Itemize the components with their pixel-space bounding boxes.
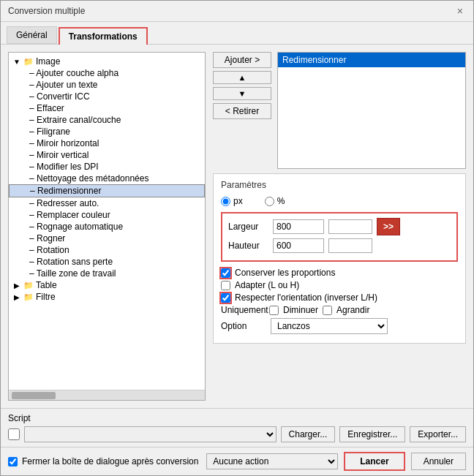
bottom-bar: Fermer la boîte de dialogue après conver… <box>1 447 473 475</box>
tree-item-filtre[interactable]: ▶ 📁 Filtre <box>9 291 205 303</box>
option-select[interactable]: Lanczos Bicubique Bilinéaire Linéaire <box>271 318 388 334</box>
tab-general[interactable]: Général <box>7 26 57 44</box>
down-button[interactable]: ▼ <box>213 87 271 100</box>
folder-icon-filtre: 📁 <box>23 292 34 302</box>
largeur-label: Largeur <box>228 222 268 232</box>
option-row: Option Lanczos Bicubique Bilinéaire Liné… <box>221 318 458 334</box>
diminuer-checkbox[interactable] <box>269 306 279 315</box>
item-label: – Filigrane <box>29 126 70 137</box>
item-label: – Miroir vertical <box>29 150 89 160</box>
item-label: – Rogner <box>29 233 65 243</box>
exporter-button[interactable]: Exporter... <box>410 426 466 442</box>
hauteur-row: Hauteur <box>228 238 451 253</box>
lancer-button[interactable]: Lancer <box>344 452 405 471</box>
dimension-section: Largeur >> Hauteur <box>221 212 458 262</box>
expand-icon: ▼ <box>12 56 22 67</box>
item-label: – Modifier les DPI <box>29 162 99 172</box>
largeur-pct-input[interactable] <box>328 219 372 234</box>
content-area: ▼ 📁 Image – Ajouter couche alpha – Ajout… <box>1 45 473 408</box>
adapter-checkbox[interactable] <box>221 281 230 290</box>
item-label: – Convertir ICC <box>29 91 90 102</box>
uniquement-row: Uniquement Diminuer Agrandir <box>221 305 458 315</box>
script-checkbox[interactable] <box>8 428 20 440</box>
script-section: Script Charger... Enregistrer... Exporte… <box>1 408 473 447</box>
agrandir-checkbox[interactable] <box>323 306 332 315</box>
retirer-button[interactable]: < Retirer <box>213 103 271 119</box>
largeur-input[interactable] <box>273 219 324 234</box>
tree-item-ajouter-texte[interactable]: – Ajouter un texte <box>9 79 205 91</box>
tree-item-rogner[interactable]: – Rogner <box>9 233 205 244</box>
respecter-checkbox[interactable] <box>221 293 230 303</box>
tree-item-image[interactable]: ▼ 📁 Image <box>9 56 205 67</box>
window-title: Conversion multiple <box>8 6 85 16</box>
script-label: Script <box>8 413 466 423</box>
respecter-row: Respecter l'orientation (inverser L/H) <box>221 292 458 303</box>
uniquement-label: Uniquement <box>221 305 265 315</box>
tree-item-nettoyage[interactable]: – Nettoyage des métadonnées <box>9 173 205 184</box>
tree-item-effacer[interactable]: – Effacer <box>9 102 205 114</box>
tree-item-rotation-sp[interactable]: – Rotation sans perte <box>9 256 205 268</box>
radio-pct-group: % <box>265 196 285 206</box>
arrow-button[interactable]: >> <box>377 218 400 235</box>
tree-list: ▼ 📁 Image – Ajouter couche alpha – Ajout… <box>9 53 205 390</box>
annuler-button[interactable]: Annuler <box>411 453 466 470</box>
tree-item-miroir-h[interactable]: – Miroir horizontal <box>9 137 205 149</box>
tree-image-label: Image <box>36 56 60 67</box>
tree-item-table[interactable]: ▶ 📁 Table <box>9 279 205 291</box>
params-section: Paramètres px % Largeur <box>213 173 466 344</box>
enregistrer-button[interactable]: Enregistrer... <box>339 426 405 442</box>
left-panel: ▼ 📁 Image – Ajouter couche alpha – Ajout… <box>8 52 206 401</box>
close-check-row: Fermer la boîte de dialogue après conver… <box>8 456 200 466</box>
script-select[interactable] <box>24 426 276 442</box>
selected-list: Redimensionner <box>277 52 466 169</box>
up-button[interactable]: ▲ <box>213 71 271 84</box>
fermer-label: Fermer la boîte de dialogue après conver… <box>22 456 198 466</box>
conserver-checkbox[interactable] <box>221 268 230 278</box>
item-label: – Rotation <box>29 245 69 255</box>
expand-icon-filtre: ▶ <box>12 292 22 302</box>
hauteur-pct-input[interactable] <box>328 238 372 253</box>
radio-px[interactable] <box>221 197 230 206</box>
item-label: – Rognage automatique <box>29 222 123 232</box>
params-title: Paramètres <box>221 180 458 190</box>
tree-item-rotation[interactable]: – Rotation <box>9 244 205 256</box>
tab-transformations[interactable]: Transformations <box>59 27 148 45</box>
item-label: – Ajouter couche alpha <box>29 68 118 78</box>
tree-item-remplacer[interactable]: – Remplacer couleur <box>9 209 205 221</box>
tree-item-convertir-icc[interactable]: – Convertir ICC <box>9 91 205 102</box>
ajouter-button[interactable]: Ajouter > <box>213 52 271 68</box>
radio-px-group: px <box>221 196 243 206</box>
item-label: – Miroir horizontal <box>29 138 99 148</box>
radio-row: px % <box>221 196 458 206</box>
tree-item-filigrane[interactable]: – Filigrane <box>9 126 205 137</box>
item-label: – Extraire canal/couche <box>29 115 121 125</box>
tree-item-modifier-dpi[interactable]: – Modifier les DPI <box>9 161 205 173</box>
item-label: – Redimensionner <box>30 186 101 196</box>
fermer-checkbox[interactable] <box>8 457 18 466</box>
script-row: Charger... Enregistrer... Exporter... <box>8 426 466 442</box>
agrandir-label: Agrandir <box>336 305 369 315</box>
item-label: – Taille zone de travail <box>29 268 116 279</box>
largeur-row: Largeur >> <box>228 218 451 235</box>
tree-item-redimensionner[interactable]: – Redimensionner <box>9 184 205 197</box>
item-label: – Rotation sans perte <box>29 257 113 267</box>
tree-item-rognage[interactable]: – Rognage automatique <box>9 221 205 233</box>
tree-item-redresser[interactable]: – Redresser auto. <box>9 197 205 209</box>
horizontal-scrollbar[interactable] <box>9 390 205 400</box>
tree-item-taille[interactable]: – Taille zone de travail <box>9 268 205 279</box>
tree-item-ajouter-couche[interactable]: – Ajouter couche alpha <box>9 67 205 79</box>
conserver-label: Conserver les proportions <box>235 268 335 278</box>
action-select[interactable]: Aucune action <box>206 453 338 469</box>
charger-button[interactable]: Charger... <box>281 426 336 442</box>
hauteur-input[interactable] <box>273 238 324 253</box>
selected-list-item[interactable]: Redimensionner <box>278 53 465 67</box>
radio-pct-label: % <box>277 196 285 206</box>
close-button[interactable]: × <box>454 5 466 17</box>
tree-item-extraire[interactable]: – Extraire canal/couche <box>9 114 205 126</box>
title-bar: Conversion multiple × <box>1 1 473 22</box>
conserver-row: Conserver les proportions <box>221 268 458 278</box>
radio-pct[interactable] <box>265 197 274 206</box>
tree-item-miroir-v[interactable]: – Miroir vertical <box>9 149 205 161</box>
tree-filtre-label: Filtre <box>36 292 56 302</box>
top-right: Ajouter > ▲ ▼ < Retirer Redimensionner <box>213 52 466 169</box>
